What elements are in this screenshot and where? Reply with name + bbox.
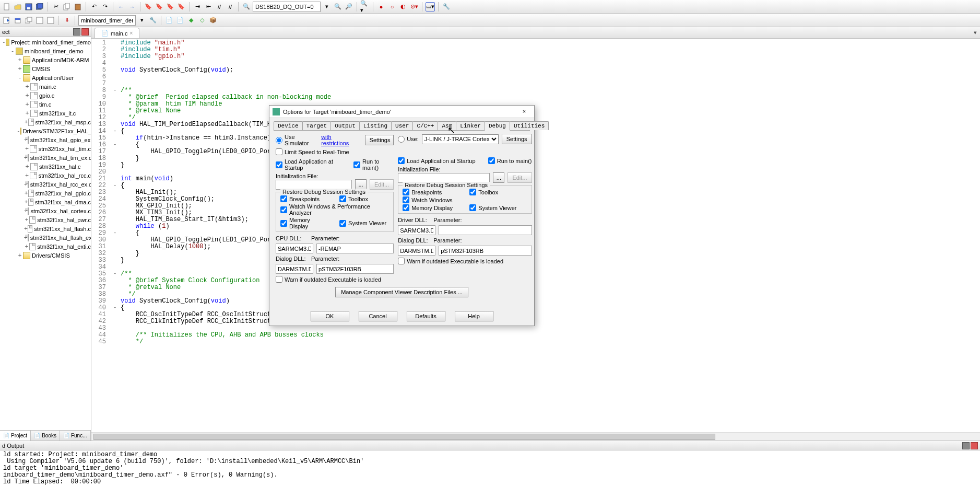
- dbg-breakpoints-check[interactable]: Breakpoints: [403, 189, 460, 195]
- dialog-tab-debug[interactable]: Debug: [485, 121, 510, 131]
- fold-icon[interactable]: [112, 189, 117, 196]
- dbg-dlg-dll-input[interactable]: [398, 246, 435, 256]
- redo-icon[interactable]: ↷: [100, 2, 110, 11]
- translate-icon[interactable]: [2, 16, 11, 25]
- editor-hscrollbar[interactable]: [91, 432, 980, 441]
- code-line[interactable]: 32 }: [91, 250, 980, 257]
- dbg-run-main-check[interactable]: Run to main(): [488, 157, 532, 164]
- code-line[interactable]: 27 HAL_TIM_Base_Start_IT(&htim3);: [91, 216, 980, 223]
- fold-icon[interactable]: [112, 257, 117, 264]
- breakpoint-kill-icon[interactable]: ⊘▾: [409, 2, 419, 11]
- manage-component-button[interactable]: Manage Component Viewer Description File…: [335, 287, 468, 297]
- target-combo[interactable]: [78, 15, 136, 26]
- find-dropdown-icon[interactable]: ▾: [322, 2, 332, 11]
- dbg-warn-outdated-check[interactable]: Warn if outdated Executable is loaded: [398, 258, 503, 264]
- tree-row[interactable]: -Drivers/STM32F1xx_HAL_Driv: [0, 126, 91, 135]
- dialog-tab-user[interactable]: User: [391, 121, 413, 130]
- fold-icon[interactable]: [112, 291, 117, 298]
- sim-sysview-check[interactable]: System Viewer: [339, 217, 389, 229]
- window-icon[interactable]: ▭▾: [426, 2, 435, 11]
- open-icon[interactable]: [13, 2, 22, 11]
- tree-twisty-icon[interactable]: +: [24, 216, 29, 223]
- tree-row[interactable]: +stm32f1xx_hal_rcc.c: [0, 171, 91, 180]
- cpu-param-input[interactable]: [316, 244, 394, 253]
- code-line[interactable]: 36 * @brief System Clock Configuration: [91, 277, 980, 284]
- fold-icon[interactable]: -: [112, 87, 117, 94]
- dialog-tab-linker[interactable]: Linker: [456, 121, 485, 130]
- dbg-settings-button[interactable]: Settings: [502, 134, 532, 144]
- undo-icon[interactable]: ↶: [89, 2, 99, 11]
- drv-param-input[interactable]: [439, 225, 532, 235]
- code-line[interactable]: 31 HAL_Delay(1000);: [91, 244, 980, 250]
- comment-icon[interactable]: //: [215, 2, 224, 11]
- fold-icon[interactable]: [112, 101, 117, 108]
- tree-twisty-icon[interactable]: -: [17, 74, 23, 81]
- fold-icon[interactable]: [112, 277, 117, 284]
- fold-icon[interactable]: -: [112, 271, 117, 277]
- uncomment-icon[interactable]: //: [226, 2, 235, 11]
- fold-icon[interactable]: [112, 244, 117, 250]
- fold-icon[interactable]: [112, 114, 117, 121]
- tree-twisty-icon[interactable]: +: [17, 65, 23, 72]
- fold-icon[interactable]: [112, 108, 117, 114]
- incremental-find-icon[interactable]: 🔎: [344, 2, 353, 11]
- save-all-icon[interactable]: [35, 2, 44, 11]
- tree-twisty-icon[interactable]: -: [9, 48, 16, 54]
- tree-twisty-icon[interactable]: +: [24, 145, 30, 152]
- build-output-text[interactable]: ld started: Project: miniboard_timer_dem…: [0, 450, 980, 498]
- fold-icon[interactable]: -: [112, 305, 117, 311]
- bookmark-next-icon[interactable]: 🔖: [166, 2, 175, 11]
- dbg-load-app-check[interactable]: Load Application at Startup: [398, 157, 475, 164]
- panel-tab[interactable]: 📄Func...: [60, 431, 91, 441]
- use-debugger-radio[interactable]: Use:: [398, 136, 419, 143]
- code-line[interactable]: 44 /** Initializes the CPU, AHB and APB …: [91, 332, 980, 339]
- tree-twisty-icon[interactable]: +: [24, 163, 30, 170]
- fold-icon[interactable]: [112, 40, 117, 47]
- code-line[interactable]: 24 SystemClock_Config();: [91, 196, 980, 203]
- tree-row[interactable]: +stm32f1xx_hal_tim.c: [0, 144, 91, 153]
- bookmark-icon[interactable]: 🔖: [144, 2, 153, 11]
- code-line[interactable]: 2#include "tim.h": [91, 47, 980, 53]
- find-combo[interactable]: [253, 2, 321, 12]
- tree-row[interactable]: +main.c: [0, 82, 91, 91]
- fold-icon[interactable]: [112, 311, 117, 318]
- dialog-titlebar[interactable]: Options for Target 'miniboard_timer_demo…: [269, 106, 534, 118]
- sim-run-main-check[interactable]: Run to main(): [353, 158, 394, 171]
- build-icon[interactable]: [13, 16, 22, 25]
- tree-row[interactable]: +Application/MDK-ARM: [0, 55, 91, 64]
- fold-icon[interactable]: [112, 339, 117, 345]
- tree-twisty-icon[interactable]: +: [24, 92, 30, 99]
- panel-pin-icon[interactable]: [73, 28, 80, 36]
- restrictions-link[interactable]: with restrictions: [321, 134, 358, 146]
- tree-row[interactable]: +stm32f1xx_it.c: [0, 109, 91, 118]
- ok-button[interactable]: OK: [311, 311, 349, 321]
- tree-twisty-icon[interactable]: +: [24, 190, 28, 196]
- tree-twisty-icon[interactable]: +: [24, 172, 30, 179]
- code-line[interactable]: 39void SystemClock_Config(void): [91, 298, 980, 305]
- use-simulator-radio[interactable]: Use Simulator: [276, 134, 318, 146]
- help-button[interactable]: Help: [455, 311, 493, 321]
- code-line[interactable]: 17 HAL_GPIO_TogglePin(LED0_GPIO_Por: [91, 148, 980, 155]
- code-line[interactable]: 34: [91, 264, 980, 271]
- tree-row[interactable]: +stm32f1xx_hal_gpio.c: [0, 189, 91, 198]
- tree-row[interactable]: +stm32f1xx_hal_dma.c: [0, 198, 91, 206]
- indent-icon[interactable]: ⇥: [193, 2, 202, 11]
- tree-row[interactable]: +CMSIS: [0, 64, 91, 73]
- code-view[interactable]: 1#include "main.h"2#include "tim.h"3#inc…: [91, 39, 980, 432]
- fold-icon[interactable]: [112, 162, 117, 169]
- nav-back-icon[interactable]: ←: [116, 2, 126, 11]
- dbg-memdisp-check[interactable]: Memory Display: [403, 204, 460, 211]
- fold-icon[interactable]: [112, 60, 117, 67]
- tree-row[interactable]: +stm32f1xx_hal_msp.c: [0, 118, 91, 126]
- output-close-icon[interactable]: [971, 442, 978, 449]
- tree-twisty-icon[interactable]: +: [24, 199, 28, 205]
- tree-row[interactable]: -Application/User: [0, 73, 91, 82]
- dialog-tab-asm[interactable]: Asm: [438, 121, 456, 130]
- find-icon[interactable]: 🔍: [333, 2, 343, 11]
- tree-twisty-icon[interactable]: +: [24, 225, 28, 232]
- editor-tab-main[interactable]: 📄 main.c ×: [95, 28, 139, 38]
- cut-icon[interactable]: ✂: [51, 2, 61, 11]
- manage-env-icon[interactable]: 📄: [175, 16, 185, 25]
- batch-build-icon[interactable]: [35, 16, 44, 25]
- code-line[interactable]: 7: [91, 80, 980, 87]
